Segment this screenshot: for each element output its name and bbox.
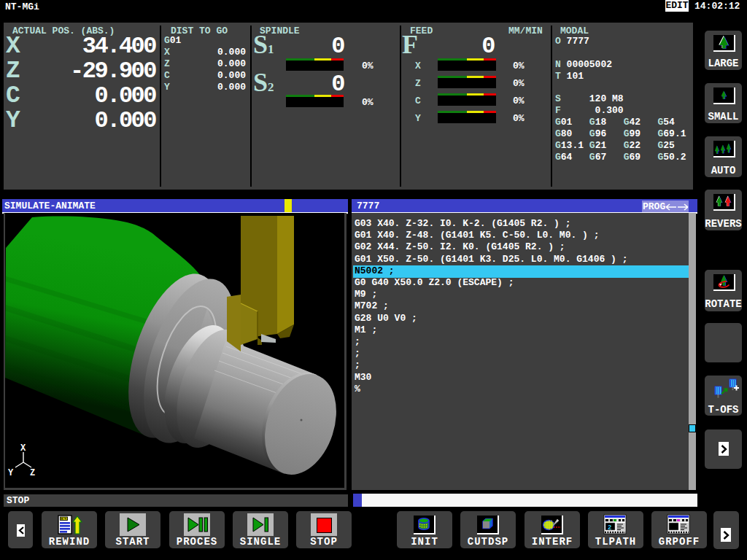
svg-text:Z: Z: [30, 468, 35, 478]
svg-text:2: 2: [608, 524, 611, 532]
svg-text:X: X: [20, 443, 26, 454]
svg-text:Y: Y: [8, 468, 14, 478]
